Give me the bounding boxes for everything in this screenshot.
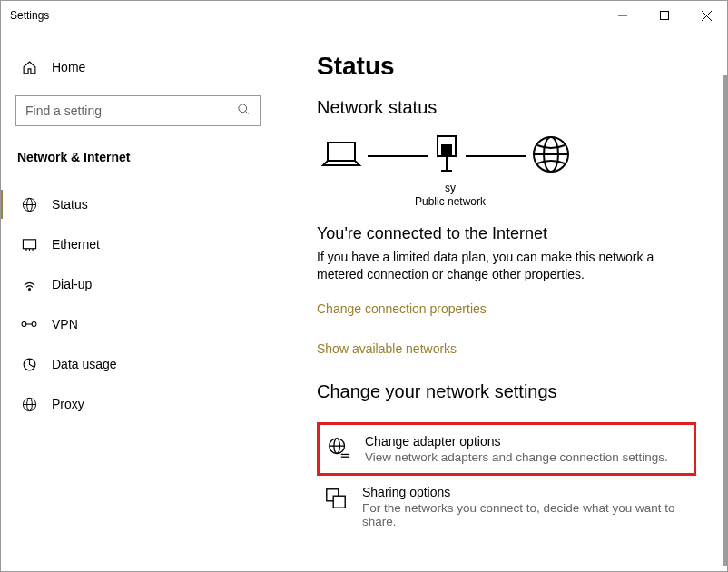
option-title: Change adapter options [365, 434, 668, 449]
diagram-connector [466, 155, 526, 157]
sidebar-item-label: VPN [52, 317, 78, 331]
router-icon [433, 134, 460, 178]
option-description: For the networks you connect to, decide … [362, 501, 689, 528]
titlebar: Settings [1, 1, 727, 30]
sidebar-item-label: Data usage [52, 357, 117, 371]
internet-globe-icon [531, 134, 571, 178]
svg-rect-23 [442, 145, 451, 156]
network-diagram [317, 134, 696, 178]
laptop-icon [320, 138, 362, 174]
sidebar-item-vpn[interactable]: VPN [1, 304, 275, 344]
sharing-icon [324, 487, 348, 510]
window-controls [602, 1, 727, 30]
svg-point-14 [22, 322, 26, 327]
search-icon [237, 103, 251, 119]
proxy-icon [21, 396, 37, 412]
sidebar-item-label: Ethernet [52, 237, 100, 251]
sidebar-item-status[interactable]: Status [1, 184, 275, 224]
link-change-properties[interactable]: Change connection properties [317, 301, 696, 316]
home-icon [21, 59, 37, 75]
option-description: View network adapters and change connect… [365, 450, 668, 464]
sidebar-item-datausage[interactable]: Data usage [1, 344, 275, 384]
network-type: Public network [400, 195, 500, 208]
ethernet-icon [21, 236, 37, 252]
search-box[interactable] [15, 95, 261, 126]
svg-line-5 [245, 111, 248, 113]
window-title: Settings [10, 9, 49, 22]
sidebar-item-proxy[interactable]: Proxy [1, 384, 275, 424]
search-input[interactable] [25, 104, 237, 118]
svg-point-4 [239, 104, 247, 113]
dialup-icon [21, 276, 37, 292]
svg-rect-35 [333, 496, 345, 508]
svg-point-15 [32, 322, 36, 327]
sidebar-item-ethernet[interactable]: Ethernet [1, 224, 275, 264]
page-title: Status [317, 52, 696, 81]
sidebar-item-label: Dial-up [52, 277, 92, 291]
category-header: Network & Internet [1, 143, 275, 170]
status-heading: Network status [317, 97, 696, 118]
minimize-button[interactable] [602, 1, 644, 30]
maximize-button[interactable] [644, 1, 685, 30]
nav-home-label: Home [52, 60, 85, 74]
svg-rect-9 [23, 239, 35, 248]
option-change-adapter[interactable]: Change adapter options View network adap… [317, 422, 696, 476]
link-show-networks[interactable]: Show available networks [317, 341, 696, 356]
network-name: sy [400, 182, 500, 194]
sidebar-item-dialup[interactable]: Dial-up [1, 264, 275, 304]
close-button[interactable] [685, 1, 727, 30]
sidebar-item-label: Proxy [52, 397, 84, 411]
svg-rect-1 [661, 12, 669, 20]
connected-description: If you have a limited data plan, you can… [317, 249, 680, 283]
svg-rect-21 [328, 143, 355, 161]
sidebar-item-label: Status [52, 197, 88, 212]
connected-heading: You're connected to the Internet [317, 224, 696, 243]
settings-heading: Change your network settings [317, 381, 696, 402]
svg-point-13 [28, 288, 30, 290]
option-title: Sharing options [362, 485, 689, 499]
globe-icon [21, 196, 37, 212]
vpn-icon [21, 316, 37, 332]
option-sharing[interactable]: Sharing options For the networks you con… [317, 476, 696, 537]
diagram-connector [368, 155, 428, 157]
datausage-icon [21, 356, 37, 372]
adapter-icon [327, 436, 350, 459]
nav-home[interactable]: Home [1, 52, 275, 83]
content: Status Network status sy Public network … [275, 30, 727, 571]
sidebar: Home Network & Internet Status Ethernet [1, 30, 275, 571]
scrollbar[interactable] [723, 75, 727, 566]
